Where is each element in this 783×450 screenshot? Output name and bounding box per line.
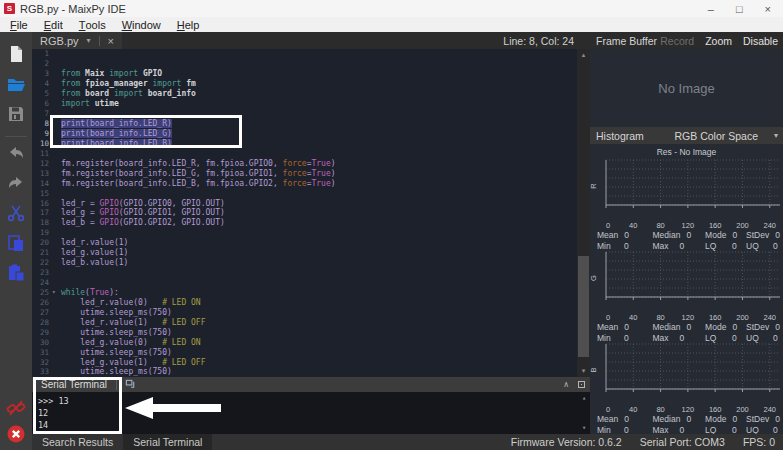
code-line[interactable]: 27 utime.sleep_ms(750) <box>32 307 590 317</box>
line-number: 17 <box>32 208 52 217</box>
code-editor[interactable]: 123from Maix import GPIO4from fpioa_mana… <box>32 49 590 377</box>
code-line[interactable]: 15 <box>32 188 590 198</box>
code-line[interactable]: 23 <box>32 268 590 278</box>
code-line[interactable]: 12fm.register(board_info.LED_R, fm.fpioa… <box>32 158 590 168</box>
title-bar: S RGB.py - MaixPy IDE – □ × <box>0 0 783 17</box>
x-axis-ticks: 04080120160200240 <box>590 405 783 414</box>
histogram-title: Histogram <box>590 130 644 142</box>
file-tab[interactable]: RGB.py ▾ × <box>32 32 122 49</box>
tab-close-icon[interactable]: × <box>108 35 114 47</box>
svg-text:G: G <box>590 275 598 281</box>
code-line[interactable]: 1 <box>32 49 590 59</box>
code-text: while(True): <box>61 288 119 297</box>
scroll-down-icon[interactable]: ▾ <box>578 424 590 432</box>
code-line[interactable]: 26 led_r.value(0) # LED ON <box>32 297 590 307</box>
code-line[interactable]: 21led_g.value(1) <box>32 248 590 258</box>
connect-button[interactable] <box>4 398 28 422</box>
open-file-button[interactable] <box>4 74 28 98</box>
undo-button[interactable] <box>4 143 28 167</box>
bottom-tab-serial-terminal[interactable]: Serial Terminal <box>123 434 212 450</box>
code-line[interactable]: 18led_b = GPIO(GPIO.GPIO2, GPIO.OUT) <box>32 218 590 228</box>
code-line[interactable]: 13fm.register(board_info.LED_G, fm.fpioa… <box>32 168 590 178</box>
code-line[interactable]: 4from fpioa_manager import fm <box>32 79 590 89</box>
scroll-up-icon[interactable]: ▴ <box>577 51 590 59</box>
disable-button[interactable]: Disable <box>743 35 778 47</box>
stop-x-icon <box>6 424 26 448</box>
code-line[interactable]: 33 utime.sleep_ms(750) <box>32 367 590 377</box>
color-space-dropdown[interactable]: RGB Color Space <box>675 130 758 142</box>
record-button[interactable]: Record <box>660 35 694 47</box>
scroll-up-icon[interactable]: ▴ <box>578 394 590 402</box>
bottom-tab-search-results[interactable]: Search Results <box>32 434 123 450</box>
code-line[interactable]: 5from board import board_info <box>32 89 590 99</box>
code-line[interactable]: 31 utime.sleep_ms(750) <box>32 347 590 357</box>
code-text: led_b.value(1) <box>61 258 128 267</box>
scrollbar-thumb[interactable] <box>578 256 589 358</box>
maximize-button[interactable]: □ <box>736 3 743 15</box>
new-file-button[interactable] <box>4 44 28 68</box>
code-line[interactable]: 28 led_r.value(1) # LED OFF <box>32 317 590 327</box>
code-line[interactable]: 24 <box>32 278 590 288</box>
save-button[interactable] <box>4 104 28 128</box>
menu-item-window[interactable]: Window <box>114 17 169 32</box>
chevron-down-icon[interactable]: ▾ <box>87 36 91 45</box>
copy-button[interactable] <box>4 233 28 257</box>
code-text: led_r.value(1) <box>61 238 128 247</box>
code-line[interactable]: 20led_r.value(1) <box>32 238 590 248</box>
minimize-button[interactable]: – <box>708 3 714 15</box>
code-line[interactable]: 2 <box>32 59 590 69</box>
x-axis-ticks: 04080120160200240 <box>590 313 783 322</box>
fold-marker-icon[interactable]: ▾ <box>52 289 61 295</box>
code-line[interactable]: 32 led_g.value(1) # LED OFF <box>32 357 590 367</box>
stop-button[interactable] <box>4 424 28 448</box>
code-line[interactable]: 7 <box>32 109 590 119</box>
zoom-button[interactable]: Zoom <box>705 35 732 47</box>
menu-item-help[interactable]: Help <box>169 17 208 32</box>
close-button[interactable]: × <box>765 3 771 15</box>
menu-item-tools[interactable]: Tools <box>71 17 114 32</box>
serial-terminal-output[interactable]: ▴ ▾ >>> 131214 <box>32 392 590 434</box>
code-line[interactable]: 8print(board_info.LED_R) <box>32 119 590 129</box>
collapse-panel-icon[interactable]: ∧ <box>563 380 569 389</box>
stat-mean: Mean0 <box>597 322 653 333</box>
autoscroll-icon[interactable] <box>125 379 136 390</box>
editor-scrollbar[interactable]: ▴ ▾ <box>577 49 590 377</box>
stat-stdev: StDev0 <box>746 414 783 425</box>
terminal-scrollbar[interactable]: ▴ ▾ <box>578 392 590 434</box>
code-line[interactable]: 22led_b.value(1) <box>32 258 590 268</box>
popout-panel-icon[interactable] <box>578 381 585 388</box>
bottom-bar: Search ResultsSerial Terminal Firmware V… <box>32 434 783 450</box>
code-line[interactable]: 29 utime.sleep_ms(750) <box>32 327 590 337</box>
cut-button[interactable] <box>4 203 28 227</box>
menu-item-edit[interactable]: Edit <box>36 17 71 32</box>
redo-button[interactable] <box>4 173 28 197</box>
code-line[interactable]: 9print(board_info.LED_G) <box>32 129 590 139</box>
code-text: led_r.value(0) # LED ON <box>61 298 201 307</box>
code-text: utime.sleep_ms(750) <box>61 348 172 357</box>
code-line[interactable]: 11 <box>32 148 590 158</box>
code-line[interactable]: 30 led_g.value(0) # LED ON <box>32 337 590 347</box>
histogram-panel: Res - No Image R04080120160200240Mean0Me… <box>590 144 783 434</box>
code-line[interactable]: 25▾while(True): <box>32 288 590 298</box>
code-text: led_g = GPIO(GPIO.GPIO1, GPIO.OUT) <box>61 208 225 217</box>
frame-buffer-view: No Image <box>590 49 783 127</box>
code-text: utime.sleep_ms(750) <box>61 328 172 337</box>
code-line[interactable]: 6import utime <box>32 99 590 109</box>
code-line[interactable]: 16led_r = GPIO(GPIO.GPIO0, GPIO.OUT) <box>32 198 590 208</box>
scroll-down-icon[interactable]: ▾ <box>577 367 590 375</box>
histogram-header: Histogram RGB Color Space ▾ <box>590 127 783 144</box>
code-line[interactable]: 3from Maix import GPIO <box>32 69 590 79</box>
menu-item-file[interactable]: File <box>2 17 36 32</box>
paste-button[interactable] <box>4 263 28 287</box>
code-line[interactable]: 17led_g = GPIO(GPIO.GPIO1, GPIO.OUT) <box>32 208 590 218</box>
code-text: led_r = GPIO(GPIO.GPIO0, GPIO.OUT) <box>61 199 225 208</box>
code-line[interactable]: 14fm.register(board_info.LED_B, fm.fpioa… <box>32 178 590 188</box>
code-text: from Maix import GPIO <box>61 69 162 78</box>
chevron-down-icon[interactable]: ▾ <box>774 131 783 140</box>
cursor-position-status: Line: 8, Col: 24 <box>503 35 590 47</box>
code-line[interactable]: 10print(board_info.LED_B) <box>32 138 590 148</box>
stat-mean: Mean0 <box>597 230 653 241</box>
code-text: led_r.value(1) # LED OFF <box>61 318 206 327</box>
code-line[interactable]: 19 <box>32 228 590 238</box>
editor-region: RGB.py ▾ × Line: 8, Col: 24 123from Maix… <box>32 32 590 450</box>
